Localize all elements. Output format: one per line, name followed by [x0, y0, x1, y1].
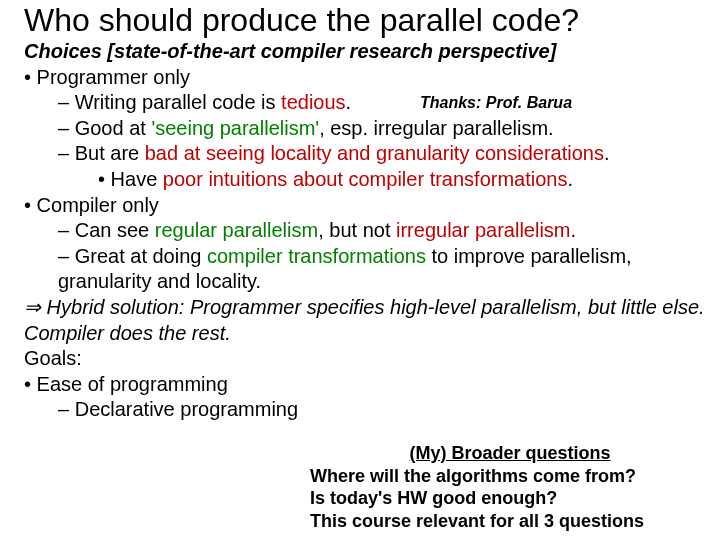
- text: Writing parallel code is: [75, 91, 281, 113]
- broader-q1: Where will the algorithms come from?: [310, 465, 710, 488]
- comp-item-1: Can see regular parallelism, but not irr…: [58, 218, 706, 244]
- slide-subtitle: Choices [state-of-the-art compiler resea…: [24, 40, 706, 63]
- text-red: bad at seeing locality and granularity c…: [145, 142, 604, 164]
- text-red: irregular parallelism: [396, 219, 571, 241]
- programmer-head: Programmer only: [24, 65, 706, 91]
- text: Can see: [75, 219, 155, 241]
- text: But are: [75, 142, 145, 164]
- text-red: poor intuitions about compiler transform…: [163, 168, 568, 190]
- text: Have: [111, 168, 163, 190]
- prog-item-1: Writing parallel code is tedious.: [58, 90, 706, 116]
- text: .: [346, 91, 352, 113]
- text-green: compiler transformations: [207, 245, 426, 267]
- text-green: 'seeing parallelism': [151, 117, 319, 139]
- broader-title: (My) Broader questions: [310, 442, 710, 465]
- text-red: tedious: [281, 91, 346, 113]
- broader-q2: Is today's HW good enough?: [310, 487, 710, 510]
- text: Great at doing: [75, 245, 207, 267]
- body-text: Programmer only Writing parallel code is…: [24, 65, 706, 423]
- goals-item-1-1: Declarative programming: [58, 397, 706, 423]
- text: Good at: [75, 117, 152, 139]
- text-green: regular parallelism: [155, 219, 318, 241]
- compiler-head: Compiler only: [24, 193, 706, 219]
- broader-q3: This course relevant for all 3 questions: [310, 510, 710, 533]
- text: .: [571, 219, 577, 241]
- comp-item-2: Great at doing compiler transformations …: [58, 244, 706, 295]
- prog-item-3-1: Have poor intuitions about compiler tran…: [98, 167, 706, 193]
- broader-questions-box: (My) Broader questions Where will the al…: [310, 442, 710, 532]
- goals-item-1: Ease of programming: [24, 372, 706, 398]
- text: , esp. irregular parallelism.: [319, 117, 554, 139]
- prog-item-3: But are bad at seeing locality and granu…: [58, 141, 706, 167]
- goals-head: Goals:: [24, 346, 706, 372]
- slide: Who should produce the parallel code? Ch…: [0, 0, 720, 540]
- text: , but not: [318, 219, 396, 241]
- text: .: [567, 168, 573, 190]
- text: .: [604, 142, 610, 164]
- slide-title: Who should produce the parallel code?: [24, 4, 706, 38]
- thanks-credit: Thanks: Prof. Barua: [420, 94, 572, 112]
- prog-item-2: Good at 'seeing parallelism', esp. irreg…: [58, 116, 706, 142]
- hybrid-conclusion: Hybrid solution: Programmer specifies hi…: [24, 295, 706, 346]
